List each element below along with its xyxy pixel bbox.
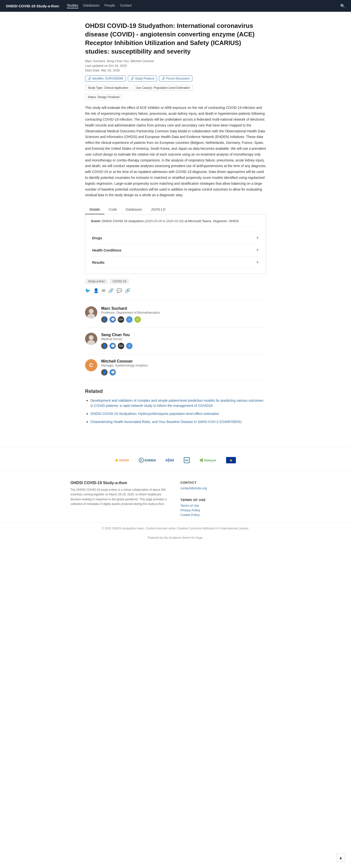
author-card-mitchell: C Mitchell Conover Manager, Epidemiology… [85, 354, 266, 381]
partner-efpia: efpia [166, 458, 174, 462]
tag-status: Status: Design Finalized [85, 94, 122, 100]
author-card-marc: Marc Suchard Professor, Department of Bi… [85, 301, 266, 328]
keywords-row: Study-a-thon COVID-19 [85, 279, 266, 284]
study-authors: Marc Suchard, Seng Chan You, Mitchell Co… [85, 59, 266, 63]
event-location: Microsoft Teams, Organizer: OHDSI [188, 219, 239, 223]
link-icon: 🔗 [131, 77, 134, 80]
accordion-health-conditions-header[interactable]: Health Conditions + [91, 244, 260, 256]
tab-databases[interactable]: Databases [121, 205, 146, 214]
related-section: Related Development and validation of co… [85, 389, 266, 425]
tab-json-ld[interactable]: JSON-LD [146, 205, 170, 214]
search-icon[interactable]: 🔍 [340, 4, 345, 8]
accordion-drugs-icon: + [256, 235, 259, 241]
details-panel: Event: OHDSI COVID-19 studyathon (2020-0… [85, 214, 266, 274]
footer-terms-link[interactable]: Terms of Use [180, 504, 281, 507]
tab-code[interactable]: Code [104, 205, 121, 214]
accordion-results: Results + [91, 256, 260, 269]
event-label: Event: [91, 219, 101, 223]
study-description: This study will evaluate the effect of A… [85, 105, 266, 198]
author-person-icon-marc[interactable]: 👤 [101, 316, 108, 323]
related-item-2: OHDSI COVID-19 Studyathon: Hydroxychloro… [91, 411, 266, 416]
related-link-2[interactable]: OHDSI COVID-19 Studyathon: Hydroxychloro… [91, 412, 219, 416]
partner-thehyve: 🌿 thehyve [200, 459, 216, 462]
tag-identifier[interactable]: 🔗 Identifier: EUPAS35296 [85, 75, 126, 82]
tag-study-type: Study Type: Clinical Application [85, 85, 131, 91]
author-chat-icon-seng[interactable]: 💬 [109, 343, 116, 349]
author-info-mitchell: Mitchell Conover Manager, Epidemiology A… [101, 359, 266, 375]
partner-imi: imi [184, 457, 190, 463]
email-share-icon[interactable]: ✉ [102, 288, 105, 293]
tag-use-case: Use Case(s): Population-Level Estimation [133, 85, 193, 91]
author-chat-icon-marc[interactable]: 💬 [109, 316, 116, 323]
author-person-icon-seng[interactable]: 👤 [101, 343, 108, 349]
svg-point-0 [89, 309, 94, 314]
footer-contact-email[interactable]: contact@ohdsi.org [180, 486, 281, 490]
tag-protocol[interactable]: 🔗 Study Protocol [128, 75, 157, 82]
footer-links-col: CONTACT contact@ohdsi.org TERMS OF USE T… [180, 481, 281, 518]
nav-link-people[interactable]: People [104, 3, 115, 8]
footer-main: OHDSI COVID-19 Study-a-thon The OHDSI CO… [66, 471, 285, 523]
author-card-seng: Seng Chan You Medical Doctor 👤 💬 GH S [85, 328, 266, 354]
svg-point-2 [89, 335, 94, 340]
accordion-health-conditions: Health Conditions + [91, 244, 260, 256]
facebook-share-icon[interactable]: 👤 [93, 288, 99, 293]
tags-row-3: Status: Design Finalized [85, 94, 266, 100]
footer-cookie-link[interactable]: Cookie Policy [180, 513, 281, 517]
tab-details[interactable]: Details [85, 205, 104, 214]
related-item-1: Development and validation of complex an… [91, 398, 266, 408]
event-row: Event: OHDSI COVID-19 studyathon (2020-0… [91, 219, 260, 227]
author-name-seng: Seng Chan You [101, 333, 266, 337]
nav-link-studies[interactable]: Studies [67, 3, 78, 8]
accordion-results-header[interactable]: Results + [91, 256, 260, 268]
author-links-mitchell: 👤 💬 [101, 369, 266, 375]
footer-description: The OHDSI COVID-19 study-a-thon is a vir… [70, 488, 171, 506]
footer-brand-col: OHDSI COVID-19 Study-a-thon The OHDSI CO… [70, 481, 171, 518]
svg-point-3 [87, 340, 95, 345]
author-avatar-marc [85, 306, 97, 318]
author-links-seng: 👤 💬 GH S [101, 343, 266, 349]
author-title-marc: Professor, Department of Biomathematics [101, 311, 266, 314]
linkedin-share-icon[interactable]: 🔗 [108, 288, 114, 293]
nav-link-contact[interactable]: Contact [120, 3, 132, 8]
footer: OHDSI COVID-19 Study-a-thon The OHDSI CO… [0, 471, 351, 541]
whatsapp-share-icon[interactable]: 💬 [116, 288, 122, 293]
author-chat-icon-mitchell[interactable]: 💬 [109, 369, 116, 375]
copy-link-icon[interactable]: 🔗 [125, 288, 130, 293]
study-title: OHDSI COVID-19 Studyathon: International… [85, 22, 266, 56]
footer-powered: Powered by the Academic theme for Hugo. [0, 534, 351, 541]
related-link-3[interactable]: Characterizing Health Associated Risks, … [91, 420, 242, 424]
related-item-3: Characterizing Health Associated Risks, … [91, 419, 266, 425]
author-orcid-icon-marc[interactable]: ID [134, 316, 141, 323]
accordion-results-label: Results [92, 260, 105, 265]
tags-row: 🔗 Identifier: EUPAS35296 🔗 Study Protoco… [85, 75, 266, 82]
accordion-drugs: Drugs + [91, 232, 260, 244]
footer-contact-title: CONTACT [180, 481, 281, 485]
study-start-date: Start Date: Mar 26, 2020 [85, 68, 266, 72]
accordion-health-conditions-label: Health Conditions [92, 248, 121, 252]
keyword-covid19[interactable]: COVID-19 [110, 279, 129, 284]
accordion-drugs-header[interactable]: Drugs + [91, 232, 260, 244]
author-scholar-icon-marc[interactable]: S [126, 316, 133, 323]
tags-row-2: Study Type: Clinical Application Use Cas… [85, 85, 266, 91]
partner-eu: ★ [226, 457, 236, 463]
twitter-share-icon[interactable]: 🐦 [85, 288, 91, 293]
partner-ohdsi: ■ OHDSI [115, 458, 129, 463]
author-person-icon-mitchell[interactable]: 👤 [101, 369, 108, 375]
footer-copyright: © 2021 OHDSI studyathon team. Content li… [0, 523, 351, 534]
nav-link-databases[interactable]: Databases [83, 3, 100, 8]
author-name-marc: Marc Suchard [101, 306, 266, 311]
svg-point-1 [87, 314, 95, 318]
author-avatar-mitchell: C [85, 359, 97, 371]
author-links-marc: 👤 💬 GH S ID [101, 316, 266, 323]
author-info-seng: Seng Chan You Medical Doctor 👤 💬 GH S [101, 333, 266, 349]
author-github-icon-seng[interactable]: GH [118, 343, 124, 349]
tag-forum[interactable]: 🔗 Forum Discussion [159, 75, 192, 82]
author-github-icon-marc[interactable]: GH [118, 316, 124, 323]
study-last-updated: Last updated on Oct 16, 2020 [85, 64, 266, 67]
author-scholar-icon-seng[interactable]: S [126, 343, 133, 349]
event-name: OHDSI COVID-19 studyathon [102, 219, 144, 223]
related-link-1[interactable]: Development and validation of complex an… [91, 399, 263, 408]
footer-privacy-link[interactable]: Privacy Policy [180, 508, 281, 512]
keyword-studyathon[interactable]: Study-a-thon [85, 279, 108, 284]
tabs-bar: Details Code Databases JSON-LD [85, 205, 266, 214]
